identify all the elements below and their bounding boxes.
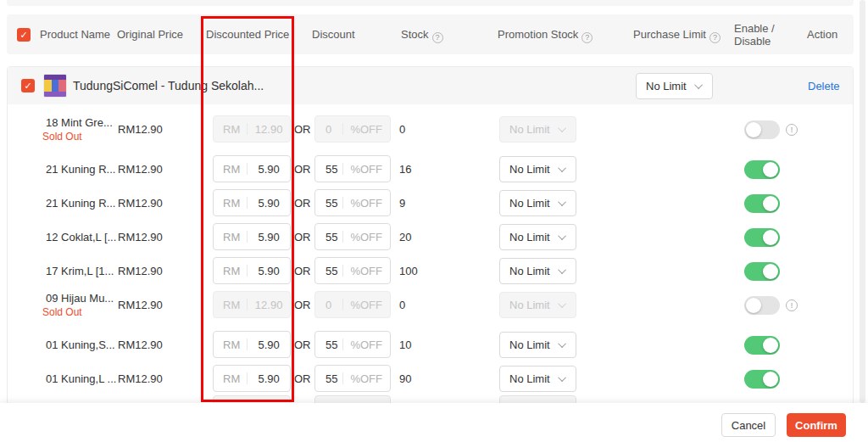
product-card: ✓ TudungSiComel - Tudung Sekolah... No L… (7, 66, 854, 406)
purchase-limit-tooltip-icon[interactable]: ? (709, 32, 721, 43)
variant-purchase-limit-dropdown[interactable]: No Limit (499, 190, 576, 216)
variant-purchase-limit-value: No Limit (509, 372, 550, 385)
or-label: OR (294, 372, 311, 385)
or-label: OR (294, 338, 311, 351)
variant-purchase-limit-value: No Limit (509, 197, 550, 210)
discount-value: 55 (315, 231, 342, 243)
discount-value: 55 (315, 372, 342, 385)
enable-toggle[interactable] (744, 262, 780, 281)
variant-original-price: RM12.90 (118, 338, 163, 351)
select-all-checkbox[interactable]: ✓ (17, 28, 31, 42)
toggle-knob (763, 264, 778, 279)
variant-purchase-limit-dropdown[interactable]: No Limit (499, 366, 576, 392)
variant-row: 21 Kuning R... Sold Out RM12.90 RM 5.90 … (8, 152, 853, 186)
delete-link[interactable]: Delete (808, 80, 840, 92)
discounted-price-input[interactable]: RM 12.90 (213, 115, 291, 143)
variant-purchase-limit-dropdown[interactable]: No Limit (499, 224, 576, 250)
discounted-price-input[interactable]: RM 5.90 (213, 331, 291, 358)
toggle-knob (763, 196, 778, 211)
currency-prefix: RM (214, 163, 247, 176)
variant-name: 09 Hijau Mu... (42, 292, 119, 305)
variant-name-cell: 18 Mint Gre... Sold Out (42, 112, 119, 146)
cancel-button[interactable]: Cancel (721, 413, 776, 437)
discounted-price-input[interactable]: RM 5.90 (213, 155, 291, 182)
discount-value: 0 (315, 299, 342, 311)
percent-off-suffix: %OFF (343, 197, 390, 210)
variant-row: 17 Krim,L [1... Sold Out RM12.90 RM 5.90… (8, 254, 853, 288)
chevron-down-icon (558, 299, 566, 308)
percent-off-suffix: %OFF (343, 299, 390, 311)
discount-input[interactable]: 0 %OFF (314, 115, 391, 143)
enable-toggle[interactable] (744, 370, 780, 389)
variant-name-cell: 12 Coklat,L [... Sold Out (42, 220, 119, 254)
discounted-price-value: 5.90 (248, 231, 290, 243)
table-header: ✓ Product Name Original Price Discounted… (7, 14, 854, 54)
stock-value: 16 (399, 163, 411, 176)
variant-purchase-limit-dropdown[interactable]: No Limit (499, 332, 576, 358)
enable-toggle[interactable] (744, 228, 780, 247)
discount-input[interactable]: 55 %OFF (314, 257, 391, 284)
col-promotion-stock: Promotion Stock? (498, 28, 593, 43)
discount-input[interactable]: 55 %OFF (314, 365, 391, 392)
col-enable-disable: Enable /Disable (734, 22, 775, 48)
enable-toggle[interactable] (744, 336, 780, 355)
discounted-price-input[interactable]: RM 5.90 (213, 257, 291, 284)
stock-value: 20 (399, 231, 411, 243)
variant-name-cell: 09 Hijau Mu... Sold Out (42, 288, 119, 322)
percent-off-suffix: %OFF (343, 372, 390, 385)
chevron-down-icon (558, 232, 566, 240)
variant-purchase-limit-value: No Limit (509, 338, 550, 351)
toggle-knob (763, 230, 778, 245)
enable-toggle[interactable] (744, 160, 780, 179)
variant-name-cell: 21 Kuning R... Sold Out (42, 186, 119, 220)
or-label: OR (294, 123, 311, 136)
discounted-price-input[interactable]: RM 12.90 (213, 291, 291, 318)
product-checkbox[interactable]: ✓ (21, 79, 35, 92)
discounted-price-value: 5.90 (248, 338, 290, 351)
currency-prefix: RM (214, 338, 247, 351)
stock-value: 0 (399, 123, 405, 136)
variant-original-price: RM12.90 (118, 197, 163, 210)
discounted-price-value: 5.90 (248, 372, 290, 385)
discounted-price-input[interactable]: RM 5.90 (213, 223, 291, 250)
stock-value: 90 (399, 372, 411, 385)
footer-bar: Cancel Confirm (0, 403, 868, 442)
variant-name: 21 Kuning R... (42, 163, 119, 176)
variant-purchase-limit-dropdown[interactable]: No Limit (499, 292, 576, 318)
discount-input[interactable]: 55 %OFF (314, 155, 391, 182)
variant-purchase-limit-dropdown[interactable]: No Limit (499, 258, 576, 284)
discount-input[interactable]: 55 %OFF (314, 189, 391, 216)
vertical-scrollbar[interactable] (860, 0, 865, 403)
product-purchase-limit-value: No Limit (646, 80, 687, 92)
discounted-price-input[interactable]: RM 5.90 (213, 189, 291, 216)
discount-value: 0 (315, 123, 342, 136)
discount-input[interactable]: 55 %OFF (314, 331, 391, 358)
currency-prefix: RM (214, 265, 247, 277)
confirm-button[interactable]: Confirm (787, 413, 846, 437)
discount-value: 55 (315, 338, 342, 351)
stock-tooltip-icon[interactable]: ? (432, 32, 443, 43)
currency-prefix: RM (214, 299, 247, 311)
product-purchase-limit-dropdown[interactable]: No Limit (636, 73, 713, 99)
promotion-stock-tooltip-icon[interactable]: ? (581, 32, 593, 43)
enable-toggle[interactable] (744, 120, 780, 139)
chevron-down-icon (558, 198, 566, 206)
toggle-knob (763, 372, 778, 387)
variant-original-price: RM12.90 (118, 231, 163, 243)
discount-input[interactable]: 55 %OFF (314, 223, 391, 250)
product-thumbnail (43, 74, 67, 98)
previous-section-edge (7, 0, 854, 6)
variant-purchase-limit-dropdown[interactable]: No Limit (499, 116, 576, 143)
discount-input[interactable]: 0 %OFF (314, 291, 391, 318)
variant-row: 18 Mint Gre... Sold Out RM12.90 RM 12.90… (8, 112, 853, 146)
chevron-down-icon (558, 373, 566, 382)
discounted-price-input[interactable]: RM 5.90 (213, 365, 291, 392)
variant-purchase-limit-value: No Limit (509, 163, 550, 176)
enable-toggle[interactable] (744, 194, 780, 213)
variant-name: 17 Krim,L [1... (42, 265, 119, 277)
variant-purchase-limit-dropdown[interactable]: No Limit (499, 156, 576, 182)
enable-toggle[interactable] (744, 296, 780, 315)
currency-prefix: RM (214, 372, 247, 385)
or-label: OR (294, 231, 311, 243)
variant-name-cell: 17 Krim,L [1... Sold Out (42, 254, 119, 288)
